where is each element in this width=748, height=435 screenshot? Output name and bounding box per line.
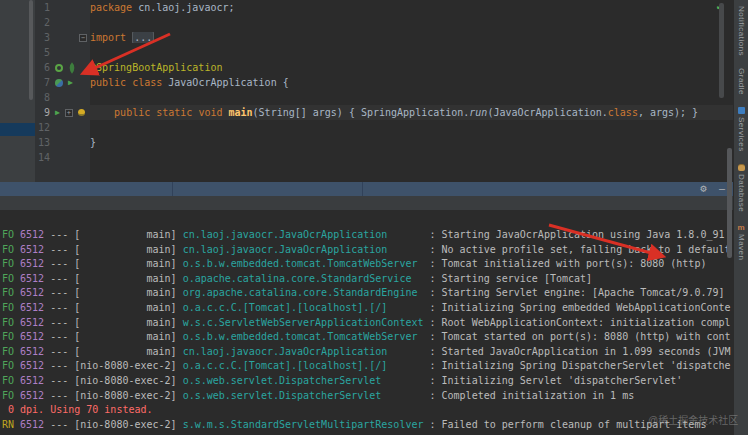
line-number: 6	[35, 62, 50, 73]
project-panel-sliver[interactable]	[0, 0, 35, 182]
log-token: Tomcat started on port(s): 8080 (http) w…	[442, 331, 731, 342]
console-scrollbar[interactable]	[727, 148, 732, 258]
project-scrollbar[interactable]	[29, 0, 33, 100]
log-token: 6512	[20, 419, 44, 430]
log-token: o.s.web.servlet.DispatcherServlet	[183, 375, 424, 386]
log-token: :	[423, 375, 441, 386]
gutter-icons	[50, 90, 88, 105]
bulb-icon[interactable]	[78, 109, 85, 116]
log-token: :	[423, 302, 441, 313]
line-number: 1	[35, 2, 50, 13]
gutter-icons	[50, 45, 88, 60]
tool-strip-tab-database[interactable]: Database	[737, 164, 746, 212]
log-token: Starting JavaOcrApplication using Java 1…	[442, 229, 725, 240]
code-token: public class	[90, 77, 168, 88]
log-token: Root WebApplicationContext: initializati…	[442, 317, 731, 328]
console-line: FO 6512 --- [ main] cn.laoj.javaocr.Java…	[2, 345, 733, 360]
log-token: ---	[44, 390, 74, 401]
log-token: org.apache.catalina.core.StandardEngine	[183, 287, 424, 298]
log-token: :	[423, 390, 441, 401]
console-line: FO 6512 --- [ main] o.s.b.w.embedded.tom…	[2, 330, 733, 345]
line-number: 12	[35, 122, 50, 133]
editor-scrollbar[interactable]	[719, 3, 724, 98]
log-token: o.s.web.servlet.DispatcherServlet	[183, 390, 424, 401]
log-token: [ main]	[74, 258, 182, 269]
log-token: RN	[2, 419, 20, 430]
code-token: import	[90, 32, 132, 43]
log-token: ---	[44, 375, 74, 386]
log-token: ---	[44, 287, 74, 298]
code-token: , args); }	[638, 107, 698, 118]
gear-icon[interactable]: ⚙	[700, 182, 707, 196]
log-token: 6512	[20, 229, 44, 240]
run-icon[interactable]: ▶	[68, 78, 73, 87]
gutter-icons: ▶+	[50, 105, 88, 120]
log-token: :	[423, 419, 441, 430]
log-token: :	[423, 317, 441, 328]
log-token: cn.laoj.javaocr.JavaOcrApplication	[183, 229, 424, 240]
right-tool-strip: NotificationsGradleServicesDatabasemMave…	[733, 0, 748, 435]
gutter-icons: ▶	[50, 75, 88, 90]
m-icon: m	[738, 224, 745, 231]
console-line: FO 6512 --- [ main] cn.laoj.javaocr.Java…	[2, 243, 733, 258]
line-number: 5	[35, 47, 50, 58]
code-line: 6@SpringBootApplication	[35, 60, 733, 75]
code-text: import ...	[88, 32, 733, 43]
gutter-icons	[50, 120, 88, 135]
code-token: @SpringBootApplication	[90, 62, 222, 73]
fold-plus-icon[interactable]: +	[65, 109, 73, 117]
log-token: [ main]	[74, 331, 182, 342]
log-token: o.s.b.w.embedded.tomcat.TomcatWebServer	[183, 331, 424, 342]
console-toolbar-strip	[0, 196, 733, 210]
log-token: :	[423, 346, 441, 357]
tool-strip-tab-services[interactable]: Services	[737, 107, 746, 152]
code-line: 3−import ...	[35, 30, 733, 45]
header-divider	[362, 182, 363, 196]
code-text: public class JavaOcrApplication {	[88, 77, 733, 88]
code-token: run	[469, 107, 487, 118]
log-token: Started JavaOcrApplication in 1.099 seco…	[442, 346, 731, 357]
log-token: FO	[2, 346, 20, 357]
log-token: 0 dpi. Using 70 instead.	[2, 404, 153, 415]
code-token: (String[] args) { SpringApplication.	[253, 107, 470, 118]
log-token: 6512	[20, 360, 44, 371]
run-toolwindow-header[interactable]: ⚙ —	[0, 182, 733, 196]
log-token: ---	[44, 346, 74, 357]
code-editor[interactable]: 1package cn.laoj.javaocr;23−import ...56…	[35, 0, 733, 182]
log-token: :	[423, 229, 441, 240]
line-number: 3	[35, 32, 50, 43]
ide-window: 1package cn.laoj.javaocr;23−import ...56…	[0, 0, 748, 435]
code-line: 5	[35, 45, 733, 60]
code-text: public static void main(String[] args) {…	[88, 107, 733, 118]
project-selected-row[interactable]	[0, 123, 35, 136]
log-token: FO	[2, 360, 20, 371]
run-icon[interactable]: ▶	[55, 108, 60, 117]
code-token: package	[90, 2, 138, 13]
log-token: :	[423, 273, 441, 284]
log-token: ---	[44, 331, 74, 342]
log-token: ---	[44, 419, 74, 430]
tool-strip-tab-gradle[interactable]: Gradle	[737, 68, 746, 95]
code-line: 8	[35, 90, 733, 105]
minimize-icon[interactable]: —	[719, 182, 725, 195]
tool-strip-tab-maven[interactable]: mMaven	[737, 224, 746, 261]
log-token: [nio-8080-exec-2]	[74, 419, 182, 430]
log-token: Initializing Servlet 'dispatcherServlet'	[442, 375, 683, 386]
code-line: 7▶public class JavaOcrApplication {	[35, 75, 733, 90]
fold-minus-icon[interactable]: −	[79, 34, 87, 42]
log-token: [ main]	[74, 273, 182, 284]
console-line: FO 6512 --- [ main] o.apache.catalina.co…	[2, 272, 733, 287]
log-token: cn.laoj.javaocr.JavaOcrApplication	[183, 346, 424, 357]
code-token: cn.laoj.javaocr;	[138, 2, 234, 13]
run-console[interactable]: FO 6512 --- [ main] cn.laoj.javaocr.Java…	[0, 210, 733, 435]
log-token: Failed to perform cleanup of multipart i…	[442, 419, 707, 430]
log-token: [ main]	[74, 346, 182, 357]
log-token: ---	[44, 317, 74, 328]
gutter-icons	[50, 60, 88, 75]
code-token: }	[90, 137, 96, 148]
log-token: Starting service [Tomcat]	[442, 273, 593, 284]
log-token: Tomcat initialized with port(s): 8080 (h…	[442, 258, 707, 269]
tool-strip-tab-notifications[interactable]: Notifications	[737, 6, 746, 56]
code-line: 12	[35, 120, 733, 135]
log-token: [ main]	[74, 317, 182, 328]
